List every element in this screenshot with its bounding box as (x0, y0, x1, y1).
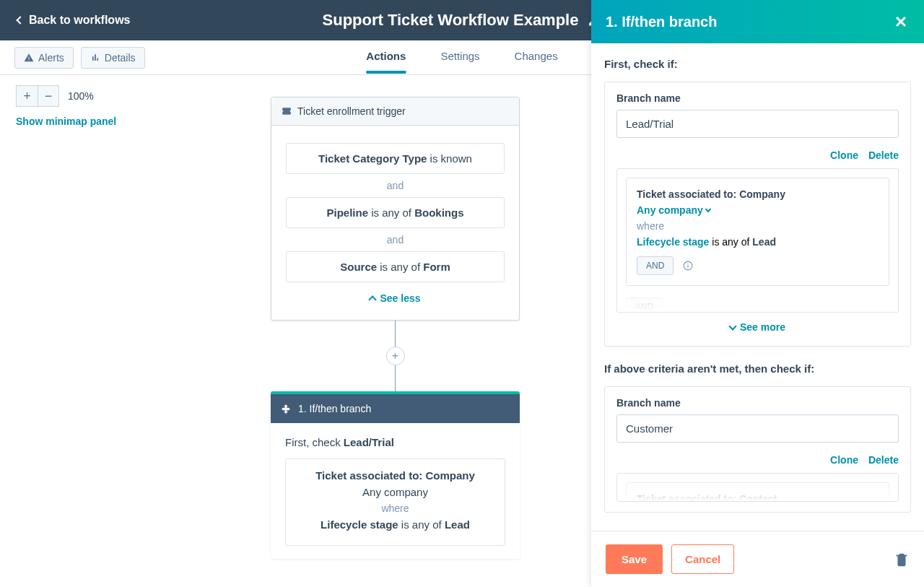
criteria-group-2: Ticket associated to: Contact (616, 473, 899, 502)
side-panel: 1. If/then branch First, check if: Branc… (591, 0, 924, 587)
panel-header: 1. If/then branch (591, 0, 924, 43)
branch-card[interactable]: 1. If/then branch First, check Lead/Tria… (271, 391, 520, 559)
and-label: and (286, 228, 505, 251)
tab-changes[interactable]: Changes (515, 41, 558, 74)
criteria-group: Ticket associated to: Company Any compan… (616, 168, 899, 313)
criteria-item[interactable]: Ticket associated to: Company Any compan… (626, 178, 889, 286)
panel-footer: Save Cancel (591, 531, 924, 587)
chevron-down-icon (728, 322, 736, 330)
alerts-label: Alerts (38, 52, 64, 64)
see-less-link[interactable]: See less (286, 282, 505, 308)
trigger-title: Ticket enrollment trigger (297, 105, 406, 117)
delete-button[interactable]: Delete (868, 149, 899, 161)
branch-criteria: Ticket associated to: Company Any compan… (285, 458, 505, 546)
top-bar: Back to workflows Support Ticket Workflo… (0, 0, 591, 40)
panel-title: 1. If/then branch (606, 14, 717, 30)
chart-icon (90, 53, 100, 63)
trigger-condition-2: Pipeline is any of Bookings (286, 197, 505, 228)
branch-icon (281, 404, 291, 414)
trigger-condition-3: Source is any of Form (286, 251, 505, 282)
first-check-label: First, check if: (604, 58, 911, 70)
see-more-link[interactable]: See more (616, 313, 899, 336)
cancel-button[interactable]: Cancel (671, 544, 734, 574)
details-button[interactable]: Details (81, 47, 145, 69)
ticket-icon (282, 106, 292, 116)
trigger-header: Ticket enrollment trigger (271, 97, 519, 126)
branch-2-name-input[interactable] (616, 414, 899, 443)
connector-line (395, 365, 396, 391)
and-button[interactable]: AND (637, 256, 674, 275)
toolbar: Alerts Details Actions Settings Changes (0, 40, 591, 75)
details-label: Details (105, 52, 136, 64)
trigger-condition-1: Ticket Category Type is known (286, 143, 505, 174)
and-label: and (286, 174, 505, 197)
chevron-down-icon (705, 206, 710, 212)
tab-actions[interactable]: Actions (366, 41, 406, 74)
close-icon[interactable] (892, 13, 910, 30)
branch-1-editor: Branch name Clone Delete Ticket associat… (604, 82, 911, 347)
trigger-card[interactable]: Ticket enrollment trigger Ticket Categor… (271, 97, 520, 321)
branch-name-label: Branch name (616, 397, 899, 409)
tabs: Actions Settings Changes (366, 41, 557, 74)
chevron-up-icon (369, 295, 377, 303)
branch-1-name-input[interactable] (616, 110, 899, 138)
branch-header: 1. If/then branch (271, 394, 520, 423)
connector-line (395, 321, 396, 347)
branch-check-label: First, check Lead/Trial (285, 436, 505, 448)
branch-title: 1. If/then branch (298, 403, 371, 414)
else-check-label: If above criteria aren't met, then check… (604, 362, 911, 375)
delete-button[interactable]: Delete (868, 454, 899, 466)
workflow-canvas: Ticket enrollment trigger Ticket Categor… (0, 75, 591, 587)
alerts-button[interactable]: Alerts (14, 47, 74, 69)
branch-name-label: Branch name (616, 92, 899, 104)
page-title: Support Ticket Workflow Example (323, 11, 579, 30)
clone-button[interactable]: Clone (830, 454, 858, 466)
tab-settings[interactable]: Settings (440, 41, 479, 74)
page-title-wrap: Support Ticket Workflow Example (323, 11, 602, 30)
trash-icon[interactable] (894, 552, 910, 568)
warning-icon (24, 53, 34, 63)
clone-button[interactable]: Clone (830, 149, 858, 161)
branch-2-editor: Branch name Clone Delete Ticket associat… (604, 386, 911, 513)
add-action-button[interactable]: + (386, 347, 405, 365)
back-to-workflows-link[interactable]: Back to workflows (17, 14, 130, 27)
chevron-left-icon (16, 16, 24, 24)
back-label: Back to workflows (29, 14, 130, 27)
info-icon (683, 261, 693, 271)
save-button[interactable]: Save (606, 544, 663, 574)
